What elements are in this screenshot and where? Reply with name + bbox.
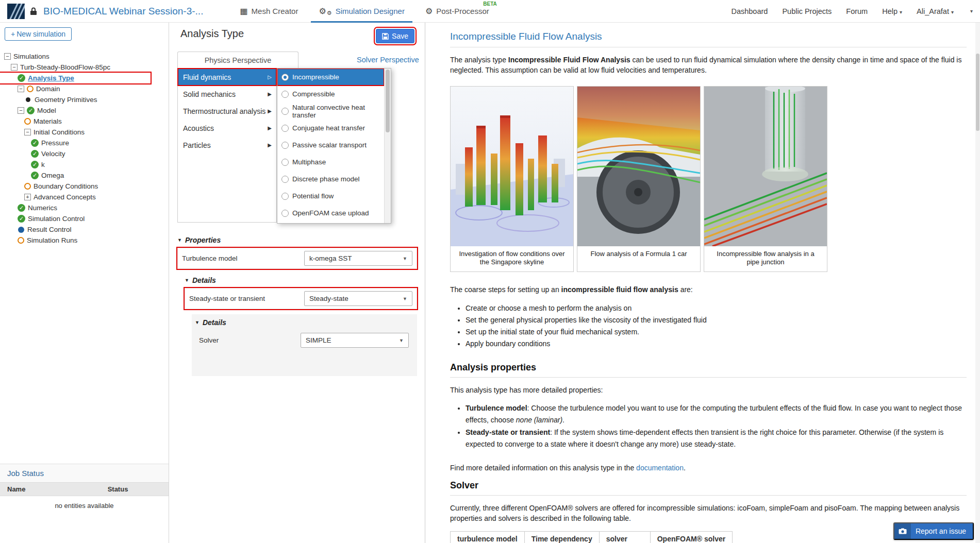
analysis-type-option-multiphase[interactable]: Multiphase (277, 154, 384, 171)
details-subsection-label[interactable]: ▼ Details (195, 317, 413, 328)
tree-item-simulation-runs[interactable]: Simulation Runs (0, 235, 169, 246)
documentation-panel: Incompressible Fluid Flow Analysis The a… (425, 23, 980, 543)
documentation-link[interactable]: documentation (636, 464, 684, 472)
navbar-left: BIO-MEDICAL Webinar Session-3-... ▦ Mesh… (7, 0, 497, 22)
option-label: Incompressible (292, 73, 339, 81)
new-simulation-button[interactable]: +New simulation (5, 27, 72, 41)
tree-item-velocity[interactable]: ✓Velocity (0, 148, 169, 159)
analysis-type-option-natural-convective-heat-transfer[interactable]: Natural convective heat transfer (277, 103, 384, 120)
tree-item-label: Velocity (41, 150, 65, 158)
figure-skyline-image (451, 87, 573, 246)
tree-item-turb-steady-bloodflow-85pc[interactable]: −Turb-Steady-BloodFlow-85pc (0, 62, 169, 73)
help-label: Help (882, 7, 898, 15)
radio-icon[interactable] (281, 108, 289, 115)
expand-icon[interactable]: + (24, 194, 31, 200)
analysis-type-option-passive-scalar-transport[interactable]: Passive scalar transport (277, 137, 384, 154)
submenu-scrollbar-thumb[interactable] (386, 70, 390, 132)
radio-icon[interactable] (281, 159, 289, 166)
tree-item-omega[interactable]: ✓Omega (0, 170, 169, 181)
physics-menu-item-thermostructural-analysis[interactable]: Thermostructural analysis▶ (178, 103, 276, 120)
nav-menu-user[interactable]: Ali_Arafat▾ (917, 7, 954, 15)
tree-item-model[interactable]: −✓Model (0, 105, 169, 116)
collapse-icon[interactable]: − (24, 129, 31, 135)
nav-menu-help[interactable]: Help▾ (882, 7, 902, 15)
collapse-icon[interactable]: − (4, 53, 11, 60)
analysis-type-option-potential-flow[interactable]: Potential flow (277, 188, 384, 205)
radio-icon[interactable] (281, 125, 289, 132)
select-caret-icon: ▼ (403, 296, 407, 301)
collapse-icon[interactable]: − (18, 107, 24, 114)
figure-caption: Incompressible flow analysis in a pipe j… (704, 246, 827, 272)
details-section: ▼ Details Steady-state or transient Stea… (185, 275, 417, 376)
property-name: Turbulence model (466, 404, 527, 412)
mesh-creator-icon: ▦ (240, 7, 247, 15)
tree-item-result-control[interactable]: Result Control (0, 224, 169, 235)
tree-item-advanced-concepts[interactable]: +Advanced Concepts (0, 192, 169, 202)
tree-item-materials[interactable]: Materials (0, 116, 169, 127)
collapse-icon[interactable]: − (18, 86, 24, 92)
solver-select[interactable]: SIMPLE ▼ (301, 333, 409, 348)
radio-icon[interactable] (281, 142, 289, 149)
report-issue-button[interactable]: Report an issue (893, 522, 974, 540)
physics-menu-item-fluid-dynamics[interactable]: Fluid dynamics▷ (178, 69, 276, 86)
tree-item-label: Simulation Control (28, 215, 85, 223)
analysis-type-option-openfoam-case-upload[interactable]: OpenFOAM case upload (277, 205, 384, 222)
tab-post-processor[interactable]: ⚙ Post-Processor BETA (418, 0, 497, 23)
tree-item-simulation-control[interactable]: ✓Simulation Control (0, 213, 169, 224)
tab-solver-perspective[interactable]: Solver Perspective (357, 56, 419, 64)
submenu-scrollbar[interactable] (384, 69, 391, 223)
radio-icon[interactable] (281, 74, 289, 81)
collapse-triangle-icon: ▼ (185, 278, 189, 283)
radio-icon[interactable] (281, 193, 289, 200)
physics-menu-item-acoustics[interactable]: Acoustics▶ (178, 120, 276, 137)
radio-icon[interactable] (281, 210, 289, 217)
radio-icon[interactable] (281, 176, 289, 183)
page-scrollbar-thumb[interactable] (976, 54, 979, 131)
figure-caption: Flow analysis of a Formula 1 car (577, 246, 700, 263)
nav-link-forum[interactable]: Forum (846, 7, 868, 15)
table-header-cell: OpenFOAM® solver (650, 531, 732, 543)
physics-menu-item-particles[interactable]: Particles▶ (178, 137, 276, 154)
app-logo[interactable] (7, 4, 25, 19)
tree-item-domain[interactable]: −Domain (0, 83, 169, 94)
properties-section-label[interactable]: ▼ Properties (177, 235, 417, 245)
save-button[interactable]: Save (376, 29, 414, 43)
tab-simulation-designer[interactable]: ⚙ ⚙ Simulation Designer (311, 0, 412, 23)
nav-link-public-projects[interactable]: Public Projects (782, 7, 832, 15)
analysis-type-option-conjugate-heat-transfer[interactable]: Conjugate heat transfer (277, 120, 384, 137)
tab-physics-perspective[interactable]: Physics Perspective (177, 52, 298, 68)
status-incomplete-icon (18, 237, 24, 244)
details-section-label[interactable]: ▼ Details (185, 275, 417, 285)
analysis-type-option-discrete-phase-model[interactable]: Discrete phase model (277, 171, 384, 188)
radio-icon[interactable] (281, 91, 289, 98)
details-label: Details (192, 276, 216, 284)
tree-item-boundary-conditions[interactable]: Boundary Conditions (0, 181, 169, 192)
tree-item-label: Pressure (41, 139, 69, 147)
find-more-prefix: Find more detailed information on this a… (450, 464, 636, 472)
figure-formula1-image (577, 87, 700, 246)
post-processor-icon: ⚙ (425, 7, 433, 15)
tree-item-k[interactable]: ✓k (0, 159, 169, 170)
tree-item-numerics[interactable]: ✓Numerics (0, 202, 169, 213)
steps-bold: incompressible fluid flow analysis (561, 285, 678, 294)
turbulence-model-select[interactable]: k-omega SST ▼ (304, 251, 412, 266)
tree-item-initial-conditions[interactable]: −Initial Conditions (0, 127, 169, 138)
nav-link-dashboard[interactable]: Dashboard (731, 7, 768, 15)
physics-menu-item-solid-mechanics[interactable]: Solid mechanics▶ (178, 86, 276, 103)
emphasis-text: none (laminar) (516, 416, 562, 424)
tree-item-geometry-primitives[interactable]: Geometry Primitives (0, 94, 169, 105)
page-scrollbar[interactable] (975, 23, 980, 543)
analysis-type-option-compressible[interactable]: Compressible (277, 86, 384, 103)
steady-state-select[interactable]: Steady-state ▼ (304, 291, 412, 306)
chevron-down-icon[interactable]: ▾ (970, 8, 973, 14)
find-more-suffix: . (684, 464, 686, 472)
tab-mesh-creator[interactable]: ▦ Mesh Creator (232, 0, 306, 23)
project-title[interactable]: BIO-MEDICAL Webinar Session-3-... (43, 6, 203, 17)
analysis-properties-intro: This analysis type has more detailed pro… (450, 385, 967, 395)
tree-item-pressure[interactable]: ✓Pressure (0, 138, 169, 148)
analysis-type-option-incompressible[interactable]: Incompressible (277, 69, 384, 86)
tree-item-analysis-type[interactable]: ✓Analysis Type (0, 73, 151, 83)
option-label: OpenFOAM case upload (292, 209, 369, 217)
tree-item-simulations[interactable]: −Simulations (0, 51, 169, 62)
collapse-icon[interactable]: − (11, 64, 18, 71)
